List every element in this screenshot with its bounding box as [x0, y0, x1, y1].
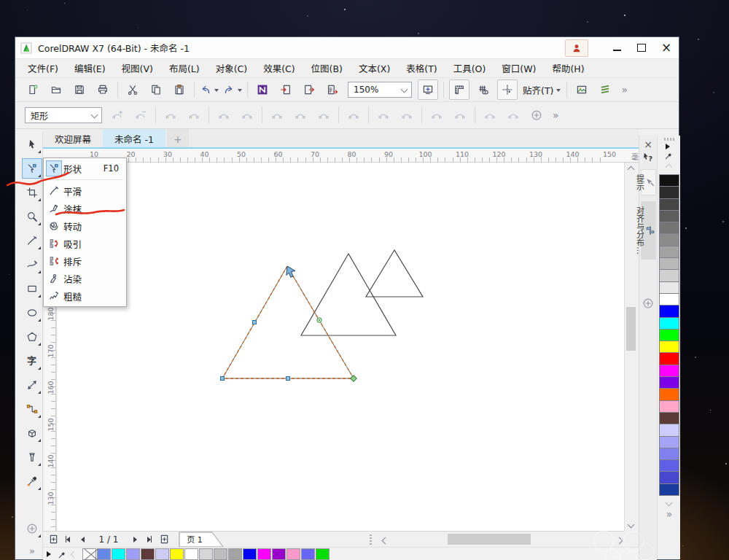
scroll-left-button[interactable] [378, 534, 392, 547]
export-button[interactable] [300, 80, 319, 99]
text-tool[interactable]: 字 [23, 351, 42, 370]
extrude-tool[interactable] [23, 424, 42, 443]
flyout-item-转动[interactable]: 转动 [44, 217, 126, 235]
snap-to-dropdown[interactable]: 贴齐(T) [520, 83, 564, 97]
triangle-2[interactable] [301, 254, 396, 335]
show-grid-button[interactable] [474, 80, 493, 99]
color-swatch-#d0d0d0[interactable] [659, 269, 679, 281]
palette-scroll-left[interactable] [71, 551, 78, 558]
rectangle-tool[interactable] [23, 279, 42, 298]
palette-scroll-down[interactable] [666, 499, 673, 507]
color-swatch-#5d5d5d[interactable] [659, 210, 679, 222]
menu-item-5[interactable]: 效果(C) [255, 58, 303, 78]
connector-tool[interactable] [23, 400, 42, 419]
color-swatch-#ff0000[interactable] [659, 352, 679, 365]
guidelines-button[interactable] [497, 79, 518, 100]
polygon-tool[interactable] [23, 327, 42, 346]
color-swatch-#00dd00[interactable] [316, 548, 330, 560]
menu-item-10[interactable]: 窗口(W) [494, 58, 544, 78]
title-bar[interactable]: CorelDRAW X7 (64-Bit) - 未命名 -1 × [15, 37, 679, 59]
color-swatch-#6060e6[interactable] [659, 459, 679, 472]
color-swatch-#ffffff[interactable] [659, 293, 679, 306]
copy-button[interactable] [147, 80, 165, 99]
color-swatch-#ccccf5[interactable] [155, 548, 169, 560]
preset-combo[interactable]: 矩形 [25, 107, 102, 123]
zoom-level-combo[interactable]: 150% [348, 82, 412, 98]
menu-item-6[interactable]: 位图(B) [303, 58, 351, 78]
import-button[interactable] [276, 80, 295, 99]
color-swatch-#8080f0[interactable] [659, 448, 679, 460]
flyout-item-吸引[interactable]: 吸引 [44, 235, 126, 252]
color-swatch-#ffff00[interactable] [659, 341, 679, 353]
color-swatch-#747474[interactable] [659, 222, 679, 234]
pick-tool[interactable] [23, 135, 42, 154]
horizontal-scroll-thumb[interactable] [448, 534, 531, 545]
redo-arrow-button[interactable] [223, 80, 242, 99]
pdf-export-button[interactable] [323, 80, 342, 99]
first-page-button[interactable] [61, 533, 75, 546]
scrollbar-splitter[interactable] [370, 534, 372, 545]
palette-flyout-arrow-icon[interactable] [666, 144, 673, 149]
color-swatch-#ffa6c9[interactable] [659, 400, 679, 413]
color-swatch-#8b8b8b[interactable] [659, 233, 679, 246]
toolbar-overflow-button[interactable]: » [621, 84, 627, 96]
color-swatch-#00ffff[interactable] [112, 548, 125, 560]
page-tab[interactable]: 页 1 [179, 532, 225, 548]
color-swatch-#1a3c9e[interactable] [659, 483, 679, 496]
print-button[interactable] [93, 80, 112, 99]
add-page-button[interactable] [46, 533, 61, 546]
color-swatch-#454545[interactable] [659, 198, 679, 211]
property-bar-overflow-button[interactable]: » [553, 109, 558, 121]
add-page-button-2[interactable] [157, 533, 171, 546]
palette-overflow-button[interactable]: » [666, 508, 672, 520]
color-swatch-#0000ff[interactable] [659, 305, 679, 317]
flyout-item-形状[interactable]: 形状F10 [44, 160, 126, 177]
paste-button[interactable] [170, 80, 189, 99]
flyout-item-粗糙[interactable]: 粗糙 [44, 287, 126, 305]
color-swatch-#4747cf[interactable] [659, 471, 679, 483]
color-swatch-#2c2c2c[interactable] [659, 186, 679, 198]
app-launcher-button[interactable] [596, 80, 615, 99]
color-swatch-#ff99cc[interactable] [286, 548, 300, 560]
color-swatch-#a3a3f7[interactable] [659, 436, 679, 448]
shape-tool[interactable] [23, 159, 42, 178]
menu-item-1[interactable]: 编辑(E) [66, 58, 114, 78]
menu-item-11[interactable]: 帮助(H) [544, 58, 592, 78]
options-image-button[interactable] [572, 80, 591, 99]
save-button[interactable] [70, 80, 89, 99]
show-rulers-button[interactable] [449, 79, 469, 100]
docker-close-button[interactable]: × [644, 139, 652, 150]
next-page-button[interactable] [128, 533, 142, 546]
color-swatch-#00ffff[interactable] [659, 317, 679, 330]
color-swatch-#ff00ff[interactable] [659, 365, 679, 377]
selected-triangle[interactable] [222, 266, 354, 378]
color-swatch-#9e9ef5[interactable] [126, 548, 140, 560]
color-swatch-#9900cc[interactable] [272, 548, 286, 560]
tab-untitled-1[interactable]: 未命名 -1 [103, 129, 165, 149]
transparency-tool[interactable] [23, 448, 42, 467]
color-swatch-#ffff00[interactable] [170, 548, 184, 560]
previous-page-button[interactable] [75, 533, 90, 546]
curve-node[interactable] [286, 377, 290, 381]
fullscreen-preview-button[interactable] [418, 79, 438, 100]
ellipse-tool[interactable] [23, 303, 42, 322]
color-swatch-#ff00ff[interactable] [257, 548, 271, 560]
undo-arrow-button[interactable] [200, 80, 219, 99]
triangle-3[interactable] [366, 250, 423, 297]
menu-item-7[interactable]: 文本(X) [351, 58, 398, 78]
docker-tab-hints[interactable]: 提示 [641, 169, 656, 195]
color-swatch-#5e3a3a[interactable] [141, 548, 155, 560]
toolbox-overflow-button[interactable]: » [29, 545, 34, 556]
maximize-button[interactable] [629, 37, 654, 58]
color-swatch-#0000f0[interactable] [243, 548, 257, 560]
new-document-button[interactable] [23, 80, 42, 99]
freehand-tool[interactable] [23, 231, 42, 250]
color-swatch-#7d00e6[interactable] [659, 376, 679, 389]
palette-flyout-arrow-icon[interactable] [47, 551, 54, 557]
menu-item-4[interactable]: 对象(C) [208, 58, 255, 78]
color-swatch-#e7e7e7[interactable] [659, 281, 679, 294]
color-swatch-#00ff00[interactable] [659, 329, 679, 341]
last-page-button[interactable] [142, 533, 157, 546]
flyout-item-平滑[interactable]: 平滑 [44, 182, 126, 200]
add-tool-button[interactable] [23, 519, 42, 538]
